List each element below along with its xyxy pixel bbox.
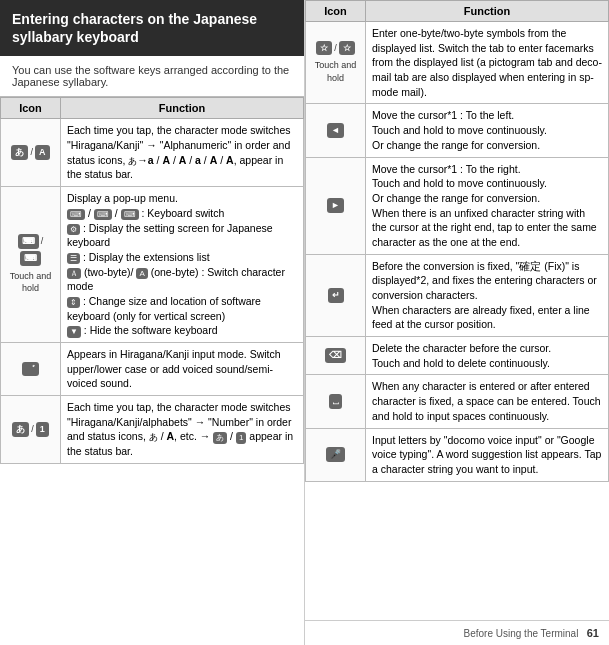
cursor-left-icon: ◄ xyxy=(327,123,344,138)
right-function-cell-5: Delete the character before the cursor. … xyxy=(366,337,609,375)
right-function-cell-1: Enter one-byte/two-byte symbols from the… xyxy=(366,22,609,104)
right-function-cell-7: Input letters by "docomo voice input" or… xyxy=(366,428,609,481)
table-row: ゛ Appears in Hiragana/Kanji input mode. … xyxy=(1,343,304,396)
right-icon-cell-4: ↵ xyxy=(306,254,366,336)
right-table: Icon Function ☆ / ☆ Touch andhold xyxy=(305,0,609,482)
char-mode-icon-1: あ xyxy=(11,145,28,160)
table-row: ⌫ Delete the character before the cursor… xyxy=(306,337,609,375)
function-cell-2: Display a pop-up menu. ⌨ / ⌨ / ⌨ : Keybo… xyxy=(61,187,304,343)
table-row: ☆ / ☆ Touch andhold Enter one-byte/two-b… xyxy=(306,22,609,104)
touch-hold-label-2: Touch andhold xyxy=(10,270,52,295)
icon-cell-1: あ / A xyxy=(1,119,61,187)
left-header: Entering characters on the Japanese syll… xyxy=(0,0,304,56)
function-cell-4: Each time you tap, the character mode sw… xyxy=(61,396,304,464)
table-row: ⎵ When any character is entered or after… xyxy=(306,375,609,428)
table-row: 🎤 Input letters by "docomo voice input" … xyxy=(306,428,609,481)
right-icon-cell-3: ► xyxy=(306,157,366,254)
enter-icon: ↵ xyxy=(328,288,344,303)
footer-label: Before Using the Terminal xyxy=(464,628,579,639)
touch-hold-label-r1: Touch andhold xyxy=(315,59,357,84)
space-icon: ⎵ xyxy=(329,394,342,409)
icon-cell-2: ⌨ / ⌨ Touch andhold xyxy=(1,187,61,343)
table-row: あ / A Each time you tap, the character m… xyxy=(1,119,304,187)
num-icon-1: あ xyxy=(12,422,29,437)
left-subtitle: You can use the software keys arranged a… xyxy=(0,56,304,97)
voiced-icon: ゛ xyxy=(22,362,39,377)
table-row: ◄ Move the cursor*1 : To the left. Touch… xyxy=(306,104,609,157)
right-col-icon: Icon xyxy=(306,1,366,22)
table-row: あ / 1 Each time you tap, the character m… xyxy=(1,396,304,464)
right-panel-inner: Icon Function ☆ / ☆ Touch andhold xyxy=(305,0,609,512)
right-col-function: Function xyxy=(366,1,609,22)
left-panel: Entering characters on the Japanese syll… xyxy=(0,0,305,645)
left-col-icon: Icon xyxy=(1,98,61,119)
function-cell-3: Appears in Hiragana/Kanji input mode. Sw… xyxy=(61,343,304,396)
right-function-cell-4: Before the conversion is fixed, "確定 (Fix… xyxy=(366,254,609,336)
icon-cell-3: ゛ xyxy=(1,343,61,396)
left-subtitle-text: You can use the software keys arranged a… xyxy=(12,64,289,88)
left-header-text: Entering characters on the Japanese syll… xyxy=(12,11,257,45)
table-row: ► Move the cursor*1 : To the right. Touc… xyxy=(306,157,609,254)
right-icon-cell-6: ⎵ xyxy=(306,375,366,428)
function-cell-1: Each time you tap, the character mode sw… xyxy=(61,119,304,187)
cursor-right-icon: ► xyxy=(327,198,344,213)
backspace-icon: ⌫ xyxy=(325,348,346,363)
left-table: Icon Function あ / A Each time you xyxy=(0,97,304,463)
right-function-cell-3: Move the cursor*1 : To the right. Touch … xyxy=(366,157,609,254)
keyboard-icon-2: ⌨ xyxy=(20,251,41,266)
left-col-function: Function xyxy=(61,98,304,119)
right-function-cell-2: Move the cursor*1 : To the left. Touch a… xyxy=(366,104,609,157)
right-icon-cell-5: ⌫ xyxy=(306,337,366,375)
table-row: ↵ Before the conversion is fixed, "確定 (F… xyxy=(306,254,609,336)
symbol-icon-2: ☆ xyxy=(339,41,355,56)
voice-icon: 🎤 xyxy=(326,447,345,462)
table-row: ⌨ / ⌨ Touch andhold Display a pop-up men… xyxy=(1,187,304,343)
keyboard-icon-1: ⌨ xyxy=(18,234,39,249)
symbol-icon-1: ☆ xyxy=(316,41,332,56)
num-icon-2: 1 xyxy=(36,422,49,437)
icon-cell-4: あ / 1 xyxy=(1,396,61,464)
footer-page: 61 xyxy=(587,627,599,639)
right-panel: Icon Function ☆ / ☆ Touch andhold xyxy=(305,0,609,645)
right-icon-cell-2: ◄ xyxy=(306,104,366,157)
right-function-cell-6: When any character is entered or after e… xyxy=(366,375,609,428)
footer: Before Using the Terminal 61 xyxy=(305,620,609,645)
right-icon-cell-7: 🎤 xyxy=(306,428,366,481)
right-icon-cell-1: ☆ / ☆ Touch andhold xyxy=(306,22,366,104)
char-mode-icon-2: A xyxy=(35,145,50,160)
